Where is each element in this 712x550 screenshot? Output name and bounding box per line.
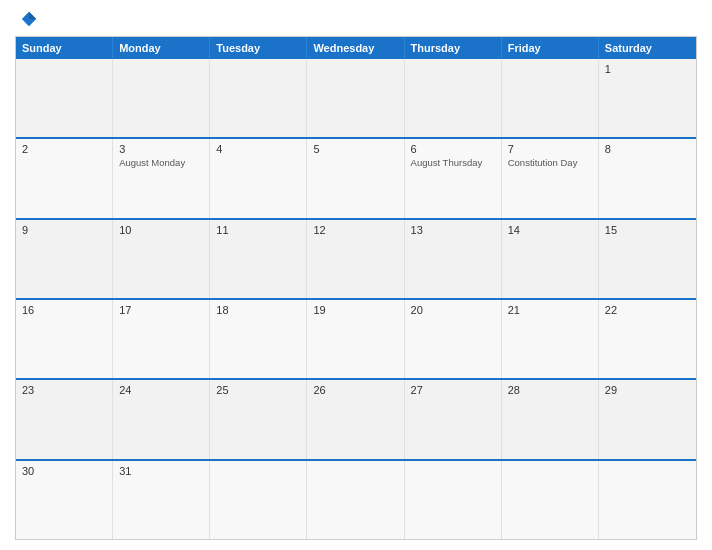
calendar-cell: 22 bbox=[599, 300, 696, 378]
day-number: 12 bbox=[313, 224, 397, 236]
calendar-body: 123August Monday456August Thursday7Const… bbox=[16, 59, 696, 539]
holiday-label: August Thursday bbox=[411, 157, 495, 168]
day-number: 17 bbox=[119, 304, 203, 316]
day-number: 30 bbox=[22, 465, 106, 477]
calendar-cell: 10 bbox=[113, 220, 210, 298]
day-number: 7 bbox=[508, 143, 592, 155]
page-header bbox=[15, 10, 697, 28]
day-number: 15 bbox=[605, 224, 690, 236]
calendar-cell: 15 bbox=[599, 220, 696, 298]
calendar-cell: 7Constitution Day bbox=[502, 139, 599, 217]
holiday-label: Constitution Day bbox=[508, 157, 592, 168]
calendar-week-0: 1 bbox=[16, 59, 696, 137]
calendar-cell bbox=[405, 59, 502, 137]
day-number: 28 bbox=[508, 384, 592, 396]
calendar-cell: 26 bbox=[307, 380, 404, 458]
day-number: 26 bbox=[313, 384, 397, 396]
day-header-friday: Friday bbox=[502, 37, 599, 59]
calendar-cell bbox=[599, 461, 696, 539]
calendar-cell: 16 bbox=[16, 300, 113, 378]
calendar-cell: 30 bbox=[16, 461, 113, 539]
day-number: 5 bbox=[313, 143, 397, 155]
calendar-cell: 25 bbox=[210, 380, 307, 458]
calendar-cell: 18 bbox=[210, 300, 307, 378]
calendar-cell: 24 bbox=[113, 380, 210, 458]
calendar-cell bbox=[16, 59, 113, 137]
calendar-week-3: 16171819202122 bbox=[16, 298, 696, 378]
calendar-cell: 5 bbox=[307, 139, 404, 217]
calendar-cell: 17 bbox=[113, 300, 210, 378]
calendar-cell bbox=[307, 461, 404, 539]
day-header-wednesday: Wednesday bbox=[307, 37, 404, 59]
day-number: 24 bbox=[119, 384, 203, 396]
calendar-cell: 23 bbox=[16, 380, 113, 458]
day-number: 8 bbox=[605, 143, 690, 155]
day-header-sunday: Sunday bbox=[16, 37, 113, 59]
day-header-tuesday: Tuesday bbox=[210, 37, 307, 59]
calendar-cell: 20 bbox=[405, 300, 502, 378]
day-number: 27 bbox=[411, 384, 495, 396]
calendar-cell: 12 bbox=[307, 220, 404, 298]
svg-marker-1 bbox=[29, 12, 36, 19]
calendar-cell: 14 bbox=[502, 220, 599, 298]
day-number: 11 bbox=[216, 224, 300, 236]
calendar-week-1: 23August Monday456August Thursday7Consti… bbox=[16, 137, 696, 217]
calendar-cell bbox=[307, 59, 404, 137]
day-number: 29 bbox=[605, 384, 690, 396]
calendar-header: SundayMondayTuesdayWednesdayThursdayFrid… bbox=[16, 37, 696, 59]
calendar-cell bbox=[210, 59, 307, 137]
calendar-cell: 1 bbox=[599, 59, 696, 137]
calendar-cell: 3August Monday bbox=[113, 139, 210, 217]
day-number: 13 bbox=[411, 224, 495, 236]
holiday-label: August Monday bbox=[119, 157, 203, 168]
calendar-week-4: 23242526272829 bbox=[16, 378, 696, 458]
calendar-cell: 19 bbox=[307, 300, 404, 378]
calendar-cell bbox=[502, 461, 599, 539]
day-header-saturday: Saturday bbox=[599, 37, 696, 59]
calendar-cell: 29 bbox=[599, 380, 696, 458]
calendar-cell: 21 bbox=[502, 300, 599, 378]
calendar-cell: 9 bbox=[16, 220, 113, 298]
calendar-cell: 31 bbox=[113, 461, 210, 539]
day-header-monday: Monday bbox=[113, 37, 210, 59]
day-number: 18 bbox=[216, 304, 300, 316]
day-number: 9 bbox=[22, 224, 106, 236]
calendar-cell: 6August Thursday bbox=[405, 139, 502, 217]
logo-icon bbox=[20, 10, 38, 28]
calendar-cell: 27 bbox=[405, 380, 502, 458]
day-number: 14 bbox=[508, 224, 592, 236]
day-number: 31 bbox=[119, 465, 203, 477]
logo bbox=[20, 10, 42, 28]
calendar-cell bbox=[113, 59, 210, 137]
day-number: 16 bbox=[22, 304, 106, 316]
day-number: 23 bbox=[22, 384, 106, 396]
calendar-cell bbox=[405, 461, 502, 539]
day-number: 19 bbox=[313, 304, 397, 316]
calendar-week-2: 9101112131415 bbox=[16, 218, 696, 298]
day-number: 22 bbox=[605, 304, 690, 316]
day-number: 10 bbox=[119, 224, 203, 236]
calendar-grid: SundayMondayTuesdayWednesdayThursdayFrid… bbox=[15, 36, 697, 540]
calendar-cell: 13 bbox=[405, 220, 502, 298]
calendar-cell bbox=[502, 59, 599, 137]
calendar-cell: 8 bbox=[599, 139, 696, 217]
day-number: 21 bbox=[508, 304, 592, 316]
calendar-cell bbox=[210, 461, 307, 539]
day-header-thursday: Thursday bbox=[405, 37, 502, 59]
day-number: 2 bbox=[22, 143, 106, 155]
calendar-week-5: 3031 bbox=[16, 459, 696, 539]
calendar-cell: 11 bbox=[210, 220, 307, 298]
calendar-cell: 4 bbox=[210, 139, 307, 217]
calendar-cell: 2 bbox=[16, 139, 113, 217]
calendar-page: SundayMondayTuesdayWednesdayThursdayFrid… bbox=[0, 0, 712, 550]
day-number: 1 bbox=[605, 63, 690, 75]
day-number: 3 bbox=[119, 143, 203, 155]
day-number: 6 bbox=[411, 143, 495, 155]
day-number: 25 bbox=[216, 384, 300, 396]
day-number: 20 bbox=[411, 304, 495, 316]
calendar-cell: 28 bbox=[502, 380, 599, 458]
day-number: 4 bbox=[216, 143, 300, 155]
